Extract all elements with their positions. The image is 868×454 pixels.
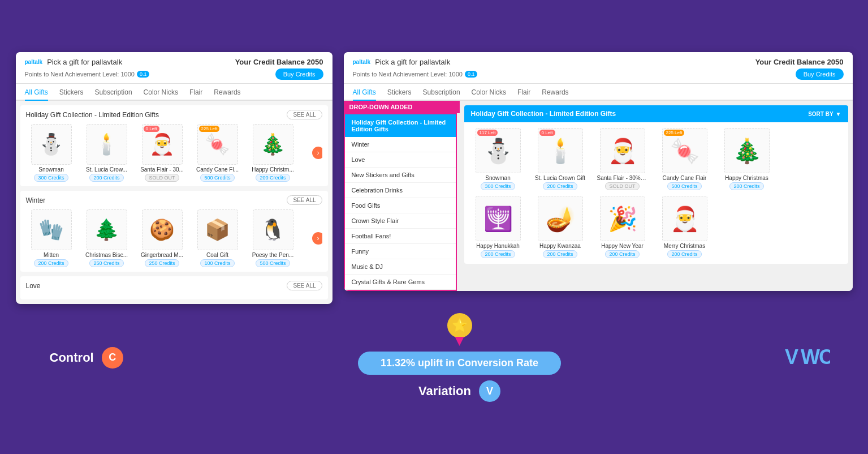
- var-snowman-image: 117 Left ⛄: [476, 128, 521, 173]
- dropdown-item-music[interactable]: Music & DJ: [345, 259, 456, 275]
- gift-poesy-name: Poesy the Pen...: [252, 252, 293, 258]
- tab-all-gifts[interactable]: All Gifts: [25, 88, 48, 101]
- medal-ribbon: [455, 337, 464, 346]
- dropdown-item-football[interactable]: Football Fans!: [345, 229, 456, 244]
- sort-by-control[interactable]: SORT BY ▼: [808, 111, 841, 117]
- dropdown-item-crown-style[interactable]: Crown Style Flair: [345, 213, 456, 229]
- holiday-see-all-button[interactable]: SEE ALL: [287, 110, 322, 119]
- gift-happy-christmas[interactable]: 🎄 Happy Christm... 200 Credits: [248, 124, 299, 182]
- control-panel: paltalk Pick a gift for pallavtalk Your …: [16, 52, 332, 304]
- var-gift-st-lucia[interactable]: 0 Left 🕯️ St. Lucia Crown Gift 200 Credi…: [532, 128, 589, 190]
- love-section-title: Love: [26, 282, 41, 290]
- gift-mitten-name: Mitten: [44, 252, 59, 258]
- var-gift-hanukkah[interactable]: 🕎 Happy Hanukkah 200 Credits: [470, 196, 526, 258]
- santa-badge: 0 Left: [144, 126, 159, 132]
- var-tab-subscription[interactable]: Subscription: [423, 88, 460, 101]
- dropdown-item-celebration[interactable]: Celebration Drinks: [345, 183, 456, 198]
- var-tab-flair[interactable]: Flair: [517, 88, 530, 101]
- var-gift-snowman[interactable]: 117 Left ⛄ Snowman 300 Credits: [470, 128, 526, 190]
- var-snowman-name: Snowman: [485, 175, 510, 181]
- gift-st-lucia-credits: 200 Credits: [89, 174, 123, 182]
- gift-st-lucia-image: 🕯️: [87, 124, 127, 165]
- variation-achievement-badge: 0.1: [465, 71, 478, 78]
- var-tab-color-nicks[interactable]: Color Nicks: [472, 88, 506, 101]
- var-santa-credits: SOLD OUT: [605, 182, 639, 190]
- svg-text:O: O: [819, 345, 830, 367]
- var-gift-santa[interactable]: 🎅 Santa Flair - 30% Off! SOLD OUT SOLD O…: [594, 128, 651, 190]
- dropdown-selected-item[interactable]: Holiday Gift Collection - Limited Editio…: [345, 114, 456, 137]
- tab-stickers[interactable]: Stickers: [59, 88, 84, 101]
- points-text: Points to Next Achievement Level: 1000: [25, 71, 135, 78]
- variation-paltalk-logo: paltalk: [353, 59, 371, 65]
- gift-candy-name: Candy Cane Fl...: [196, 166, 239, 173]
- love-see-all-button[interactable]: SEE ALL: [287, 281, 322, 290]
- gift-coal-image: 📦: [197, 209, 238, 250]
- control-badge: C: [102, 347, 123, 369]
- gift-st-lucia[interactable]: 🕯️ St. Lucia Crow... 200 Credits: [81, 124, 132, 182]
- var-gift-new-year[interactable]: 🎉 Happy New Year 200 Credits: [594, 196, 651, 258]
- tab-color-nicks[interactable]: Color Nicks: [144, 88, 178, 101]
- credit-balance: Your Credit Balance 2050: [235, 58, 323, 66]
- holiday-section-title: Holiday Gift Collection - Limited Editio…: [26, 111, 159, 119]
- dropdown-item-love[interactable]: Love: [345, 152, 456, 168]
- variation-bottom-area: ⭐ 11.32% uplift in Conversion Rate Varia…: [332, 313, 587, 402]
- var-candy-name: Candy Cane Flair: [663, 175, 707, 181]
- var-gift-merry-christmas[interactable]: 🎅 Merry Christmas 200 Credits: [657, 196, 713, 258]
- var-st-lucia-image: 0 Left 🕯️: [538, 128, 583, 173]
- panel-title: Pick a gift for pallavtalk: [47, 58, 122, 66]
- gift-santa[interactable]: 0 Left 🎅 Santa Flair - 30... SOLD OUT: [137, 124, 188, 182]
- var-snowman-credits: 300 Credits: [481, 182, 515, 190]
- variation-nav-tabs: All Gifts Stickers Subscription Color Ni…: [344, 84, 853, 101]
- control-label-area: Control C: [16, 347, 332, 369]
- var-gift-candy[interactable]: 225 Left 🍬 Candy Cane Flair 500 Credits: [657, 128, 713, 190]
- gift-snowman-name: Snowman: [38, 166, 63, 173]
- variation-gift-panel: Holiday Gift Collection - Limited Editio…: [464, 105, 848, 264]
- gift-biscuit-image: 🌲: [87, 209, 127, 250]
- buy-credits-button[interactable]: Buy Credits: [275, 68, 323, 80]
- gift-christmas-image: 🎄: [253, 124, 293, 165]
- gift-gingerbread[interactable]: 🍪 Gingerbread M... 250 Credits: [137, 209, 188, 267]
- dropdown-item-crystal[interactable]: Crystal Gifts & Rare Gems: [345, 275, 456, 290]
- var-tab-stickers[interactable]: Stickers: [387, 88, 412, 101]
- var-tab-all-gifts[interactable]: All Gifts: [353, 88, 376, 101]
- winter-see-all-button[interactable]: SEE ALL: [287, 195, 322, 205]
- control-panel-header: paltalk Pick a gift for pallavtalk Your …: [16, 52, 332, 84]
- tab-subscription[interactable]: Subscription: [95, 88, 132, 101]
- variation-badge: V: [479, 380, 500, 402]
- control-label: Control: [50, 350, 94, 365]
- variation-buy-credits-button[interactable]: Buy Credits: [796, 68, 844, 80]
- var-new-year-image: 🎉: [600, 196, 645, 241]
- winter-section-title: Winter: [26, 196, 46, 204]
- gift-mitten[interactable]: 🧤 Mitten 200 Credits: [26, 209, 77, 267]
- winter-scroll-right[interactable]: ›: [312, 232, 322, 245]
- var-merry-xmas-credits: 200 Credits: [667, 250, 701, 258]
- var-christmas-credits: 200 Credits: [729, 182, 763, 190]
- tab-rewards[interactable]: Rewards: [214, 88, 240, 101]
- var-merry-xmas-name: Merry Christmas: [664, 243, 705, 249]
- variation-collection-title: Holiday Gift Collection - Limited Editio…: [471, 110, 616, 118]
- gift-christmas-credits: 200 Credits: [256, 174, 290, 182]
- gift-christmas-biscuit[interactable]: 🌲 Christmas Bisc... 250 Credits: [81, 209, 132, 267]
- dropdown-menu[interactable]: Holiday Gift Collection - Limited Editio…: [344, 113, 457, 291]
- gift-snowman[interactable]: ⛄ Snowman 300 Credits: [26, 124, 77, 182]
- gift-coal[interactable]: 📦 Coal Gift 100 Credits: [192, 209, 243, 267]
- dropdown-item-food-gifts[interactable]: Food Gifts: [345, 198, 456, 213]
- gift-candy-cane[interactable]: 225 Left 🍬 Candy Cane Fl... 500 Credits: [192, 124, 243, 182]
- scroll-right-arrow[interactable]: ›: [312, 147, 322, 159]
- love-section: Love SEE ALL: [20, 276, 328, 299]
- tab-flair[interactable]: Flair: [189, 88, 202, 101]
- variation-panel-header: paltalk Pick a gift for pallavtalk Your …: [344, 52, 853, 84]
- dropdown-item-winter[interactable]: Winter: [345, 137, 456, 152]
- var-gift-christmas[interactable]: 🎄 Happy Christmas 200 Credits: [719, 128, 775, 190]
- var-santa-name: Santa Flair - 30% Off! SOLD OUT: [597, 175, 648, 181]
- gift-santa-credits: SOLD OUT: [145, 174, 179, 182]
- var-gift-kwanzaa[interactable]: 🪔 Happy Kwanzaa 200 Credits: [532, 196, 589, 258]
- gift-poesy[interactable]: 🐧 Poesy the Pen... 500 Credits: [248, 209, 299, 267]
- var-kwanzaa-image: 🪔: [538, 196, 583, 241]
- paltalk-logo: paltalk: [25, 59, 43, 65]
- dropdown-item-funny[interactable]: Funny: [345, 244, 456, 259]
- dropdown-item-new-stickers[interactable]: New Stickers and Gifts: [345, 168, 456, 183]
- var-tab-rewards[interactable]: Rewards: [542, 88, 568, 101]
- gift-christmas-name: Happy Christm...: [252, 166, 293, 173]
- gift-poesy-credits: 500 Credits: [256, 259, 290, 267]
